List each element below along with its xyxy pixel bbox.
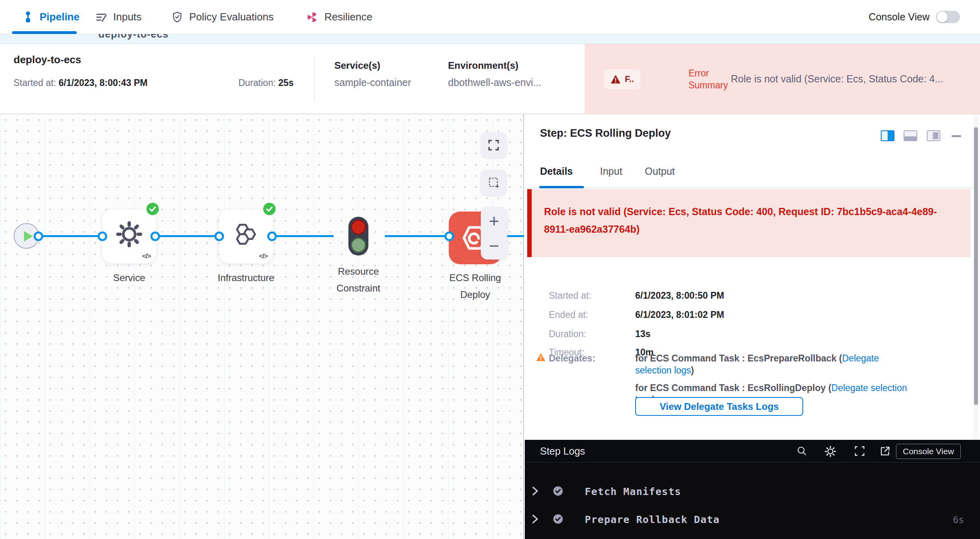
environments-value[interactable]: dbothwell-aws-envi... — [448, 77, 541, 88]
search-icon — [796, 445, 808, 457]
step-logs-title: Step Logs — [540, 445, 585, 457]
infrastructure-success-badge — [263, 203, 276, 215]
tab-input[interactable]: Input — [600, 166, 622, 177]
chevron-right-icon[interactable] — [531, 514, 539, 526]
shield-check-icon — [171, 10, 184, 24]
error-triangle-icon — [610, 74, 621, 84]
error-summary-section: F.. Error Summary Role is not valid (Ser… — [585, 44, 980, 114]
step-error-banner: Role is not valid (Service: Ecs, Status … — [527, 189, 970, 257]
edge-constraint-ecs — [385, 235, 445, 237]
ecs-rolling-deploy-label: ECS Rolling Deploy — [438, 270, 512, 303]
fit-to-screen-button[interactable] — [481, 132, 506, 158]
infrastructure-label: Infrastructure — [209, 270, 283, 286]
step-ended-value: 6/1/2023, 8:01:02 PM — [635, 309, 724, 320]
console-view-toggle[interactable] — [936, 11, 960, 23]
failed-badge-text: F.. — [625, 74, 634, 84]
step-panel-tabs: Details Input Output — [525, 158, 973, 188]
tab-policy-evaluations[interactable]: Policy Evaluations — [171, 0, 274, 34]
port-ecs-in — [444, 232, 454, 241]
zoom-in-button[interactable]: + — [481, 212, 507, 230]
panel-scrollbar-track — [974, 115, 978, 440]
failed-status-badge: F.. — [604, 69, 640, 89]
delegates-warning-icon — [536, 353, 546, 361]
hexagons-icon — [231, 219, 261, 251]
tab-inputs[interactable]: Inputs — [95, 0, 142, 34]
layout-right-panel-button[interactable] — [881, 130, 894, 141]
external-link-icon — [879, 445, 891, 457]
step-details-panel: Step: ECS Rolling Deploy Details Input O… — [525, 114, 980, 440]
step-duration-value: 13s — [635, 329, 650, 339]
console-view-label: Console View — [869, 11, 930, 23]
environments-label: Environment(s) — [448, 60, 541, 71]
active-tab-underline — [12, 31, 77, 34]
inputs-icon — [95, 11, 108, 24]
port-service-in — [98, 232, 107, 241]
step-logs-header: Step Logs Console View — [525, 440, 980, 463]
edge-ecs-out — [506, 235, 524, 237]
pipeline-execution-screen: Pipeline Inputs Policy Evaluations Resil… — [0, 0, 980, 539]
marquee-selection-icon — [487, 176, 500, 189]
tab-details[interactable]: Details — [540, 166, 573, 177]
started-at-value: 6/1/2023, 8:00:43 PM — [59, 78, 148, 88]
view-delegate-tasks-logs-button[interactable]: View Delegate Tasks Logs — [635, 397, 803, 416]
header-divider — [314, 56, 315, 102]
marquee-select-button[interactable] — [481, 170, 506, 196]
resource-constraint-label: Resource Constraint — [318, 263, 398, 297]
pipeline-name: deploy-to-ecs — [14, 54, 81, 66]
zoom-out-button[interactable]: − — [481, 237, 507, 255]
service-success-badge — [146, 203, 159, 215]
services-value[interactable]: sample-container — [334, 77, 411, 88]
pipeline-canvas[interactable]: </> Service </> Infrastructure Resource … — [0, 114, 524, 539]
layout-floating-panel-button[interactable] — [927, 130, 940, 141]
error-banner-left-bar — [527, 189, 532, 257]
resilience-icon — [306, 11, 319, 24]
tab-pipeline[interactable]: Pipeline — [22, 0, 80, 34]
duration-value: 25s — [278, 78, 294, 88]
zoom-controls: + − — [481, 208, 507, 260]
step-duration-label: Duration: — [549, 329, 586, 339]
step-started-label: Started at: — [549, 290, 591, 301]
tab-resilience[interactable]: Resilience — [306, 0, 372, 34]
log-section-prepare-rollback-data[interactable]: Prepare Rollback Data 6s — [525, 511, 980, 529]
gear-icon — [824, 445, 837, 458]
top-navbar: Pipeline Inputs Policy Evaluations Resil… — [0, 0, 980, 34]
node-resource-constraint[interactable] — [348, 217, 368, 256]
step-ended-label: Ended at: — [549, 309, 588, 320]
success-check-icon — [552, 485, 564, 499]
console-view-toggle-group: Console View — [869, 0, 960, 34]
log-section-fetch-manifests[interactable]: Fetch Manifests — [525, 483, 980, 501]
delegates-label: Delegates: — [549, 353, 595, 363]
error-summary-label: Error Summary — [688, 67, 730, 91]
edge-start-service — [43, 235, 99, 237]
services-label: Service(s) — [334, 60, 411, 71]
log-open-new-tab-button[interactable] — [879, 445, 891, 459]
panel-scrollbar-thumb[interactable] — [974, 127, 978, 405]
port-infrastructure-in — [214, 232, 224, 241]
logs-console-view-button[interactable]: Console View — [896, 444, 961, 459]
node-infrastructure[interactable]: </> — [219, 209, 273, 264]
log-fullscreen-button[interactable] — [854, 445, 866, 459]
error-summary-text: Role is not valid (Service: Ecs, Status … — [731, 73, 980, 85]
log-settings-button[interactable] — [824, 445, 837, 459]
layout-bottom-panel-button[interactable] — [904, 130, 917, 141]
scrolled-pipeline-title: deploy-to-ecs — [98, 34, 169, 40]
edge-infrastructure-constraint — [276, 235, 334, 237]
started-at-label: Started at: — [14, 78, 56, 88]
delegate-entry: for ECS Command Task : EcsPrepareRollbac… — [635, 352, 915, 376]
pipeline-icon — [22, 10, 34, 24]
active-step-tab-underline — [539, 186, 584, 188]
port-start — [34, 232, 43, 241]
step-started-value: 6/1/2023, 8:00:50 PM — [635, 290, 724, 301]
fullscreen-icon — [487, 139, 500, 152]
chevron-right-icon[interactable] — [531, 486, 539, 498]
traffic-light-green — [351, 238, 366, 253]
minimize-panel-button[interactable] — [952, 135, 961, 137]
yaml-code-glyph: </> — [259, 252, 268, 260]
duration-label: Duration: — [238, 78, 276, 88]
step-logs-body: Fetch Manifests Prepare Rollback Data 6s — [525, 463, 980, 539]
success-check-icon — [552, 513, 564, 527]
log-search-button[interactable] — [796, 445, 808, 459]
tab-output[interactable]: Output — [645, 166, 675, 177]
gear-icon — [114, 219, 144, 251]
node-service[interactable]: </> — [102, 209, 156, 264]
